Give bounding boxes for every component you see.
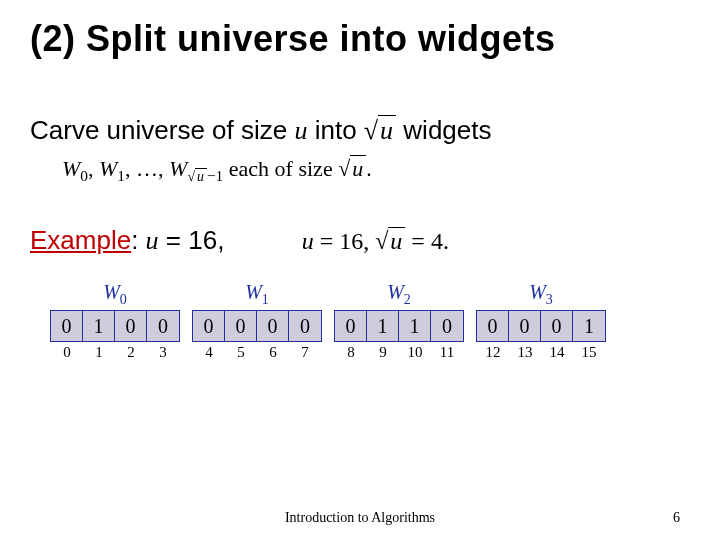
each-text: each of size <box>223 156 338 181</box>
cell: 1 <box>83 311 115 341</box>
cell: 0 <box>509 311 541 341</box>
cell: 0 <box>289 311 321 341</box>
slide: (2) Split universe into widgets Carve un… <box>0 0 720 540</box>
widget-indices-2: 891011 <box>335 342 463 361</box>
example-line: Example: u = 16, u = 16, u = 4. <box>30 225 690 256</box>
w-letter-1: W <box>99 156 117 181</box>
widget-indices-1: 4567 <box>193 342 321 361</box>
sqrt-u-icon-3: u <box>375 228 405 255</box>
widget-cells-1: 0000 <box>192 310 322 342</box>
carve-line: Carve universe of size u into u widgets <box>30 115 690 146</box>
example-tail-u: u <box>302 228 314 254</box>
sep-0: , <box>88 156 99 181</box>
widgets-row: W001000123W100004567W20110891011W3000112… <box>50 281 690 361</box>
cell: 0 <box>225 311 257 341</box>
index-label: 13 <box>509 342 541 361</box>
widget-indices-0: 0123 <box>51 342 179 361</box>
index-label: 11 <box>431 342 463 361</box>
period: . <box>366 156 372 181</box>
page-number: 6 <box>673 510 680 526</box>
widget-diagram: W001000123W100004567W20110891011W3000112… <box>50 281 690 361</box>
cell: 0 <box>541 311 573 341</box>
index-label: 0 <box>51 342 83 361</box>
index-label: 15 <box>573 342 605 361</box>
sep-2: , <box>158 156 169 181</box>
carve-text-mid: into <box>307 115 363 145</box>
carve-text-post: widgets <box>396 115 491 145</box>
cell: 0 <box>147 311 179 341</box>
widget-2: W20110891011 <box>334 281 464 361</box>
example-label: Example <box>30 225 131 255</box>
index-label: 10 <box>399 342 431 361</box>
widget-cells-0: 0100 <box>50 310 180 342</box>
widget-1: W100004567 <box>192 281 322 361</box>
cell: 1 <box>367 311 399 341</box>
sqrt-u-icon: u <box>364 116 396 146</box>
index-label: 5 <box>225 342 257 361</box>
slide-title: (2) Split universe into widgets <box>30 18 690 60</box>
sqrt-arg: u <box>378 115 396 145</box>
w-letter-0: W <box>62 156 80 181</box>
widget-3: W3000112131415 <box>476 281 606 361</box>
sqrt-u-icon-2: u <box>338 156 366 182</box>
example-tail-eq: = 16, <box>314 228 376 254</box>
widget-label-2: W2 <box>387 281 411 308</box>
widget-cells-2: 0110 <box>334 310 464 342</box>
index-label: 2 <box>115 342 147 361</box>
index-label: 7 <box>289 342 321 361</box>
cell: 0 <box>477 311 509 341</box>
variable-u: u <box>294 116 307 145</box>
w-sub-1: 1 <box>117 167 125 184</box>
cell: 0 <box>431 311 463 341</box>
index-label: 4 <box>193 342 225 361</box>
widget-0: W001000123 <box>50 281 180 361</box>
cell: 0 <box>51 311 83 341</box>
index-label: 12 <box>477 342 509 361</box>
example-tail-eq2: = 4. <box>405 228 449 254</box>
carve-text-pre: Carve universe of size <box>30 115 294 145</box>
ellipsis: … <box>136 156 158 181</box>
cell: 0 <box>193 311 225 341</box>
index-label: 1 <box>83 342 115 361</box>
example-u: u <box>146 226 159 255</box>
widget-label-0: W0 <box>103 281 127 308</box>
cell: 1 <box>573 311 605 341</box>
widget-indices-3: 12131415 <box>477 342 605 361</box>
index-label: 8 <box>335 342 367 361</box>
widgets-enumeration: W0, W1, …, Wu−1 each of size u. <box>62 156 690 185</box>
index-label: 9 <box>367 342 399 361</box>
footer-text: Introduction to Algorithms <box>0 510 720 526</box>
example-tail: u = 16, u = 4. <box>302 228 449 255</box>
example-colon: : <box>131 225 145 255</box>
w-sub-last: u−1 <box>187 167 223 184</box>
cell: 1 <box>399 311 431 341</box>
index-label: 14 <box>541 342 573 361</box>
widget-label-3: W3 <box>529 281 553 308</box>
w-letter-last: W <box>169 156 187 181</box>
index-label: 3 <box>147 342 179 361</box>
index-label: 6 <box>257 342 289 361</box>
w-sub-0: 0 <box>80 167 88 184</box>
widget-cells-3: 0001 <box>476 310 606 342</box>
sep-1: , <box>125 156 136 181</box>
cell: 0 <box>115 311 147 341</box>
cell: 0 <box>257 311 289 341</box>
example-eq: = 16, <box>159 225 225 255</box>
widget-label-1: W1 <box>245 281 269 308</box>
cell: 0 <box>335 311 367 341</box>
